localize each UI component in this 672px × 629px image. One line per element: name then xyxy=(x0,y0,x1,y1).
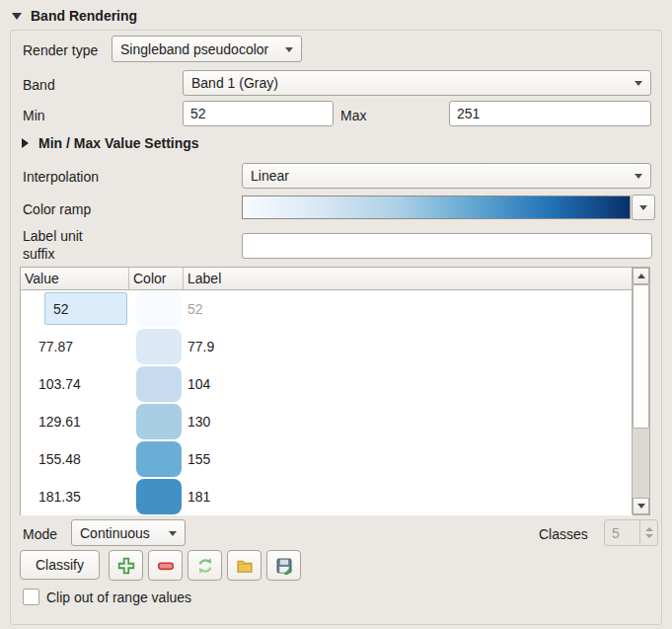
column-header-color[interactable]: Color xyxy=(129,268,184,289)
save-color-map-button[interactable] xyxy=(266,550,301,581)
add-entry-button[interactable] xyxy=(109,550,143,581)
label-cell[interactable]: 104 xyxy=(184,365,633,403)
label-cell[interactable]: 52 xyxy=(184,290,633,328)
band-label: Band xyxy=(23,77,55,93)
plus-icon xyxy=(117,557,135,575)
scroll-down-button[interactable] xyxy=(633,498,649,514)
color-ramp-dropdown-button[interactable] xyxy=(632,195,655,220)
color-swatch[interactable] xyxy=(136,404,182,439)
remove-entry-button[interactable] xyxy=(148,550,183,581)
collapse-arrow-icon xyxy=(12,13,22,20)
column-header-label[interactable]: Label xyxy=(184,268,633,289)
value-cell[interactable]: 77.87 xyxy=(21,328,129,365)
expand-arrow-icon xyxy=(22,138,29,148)
table-body: 52 52 77.87 77.9 xyxy=(21,290,633,515)
classes-label: Classes xyxy=(539,526,588,542)
arrow-down-icon xyxy=(637,504,645,509)
chevron-down-icon xyxy=(285,47,293,52)
load-color-map-button[interactable] xyxy=(227,550,261,581)
band-value: Band 1 (Gray) xyxy=(191,75,278,91)
max-input[interactable] xyxy=(449,101,651,126)
color-cell[interactable] xyxy=(129,440,184,478)
band-rendering-group-header[interactable]: Band Rendering xyxy=(12,8,137,24)
value-cell[interactable]: 181.35 xyxy=(21,478,129,515)
color-cell[interactable] xyxy=(129,290,184,328)
save-icon xyxy=(275,557,293,575)
band-combobox[interactable]: Band 1 (Gray) xyxy=(183,70,651,96)
max-label: Max xyxy=(340,108,366,123)
color-cell[interactable] xyxy=(129,365,184,403)
label-cell[interactable]: 130 xyxy=(184,403,633,440)
refresh-button[interactable] xyxy=(187,550,222,581)
color-cell[interactable] xyxy=(129,478,184,515)
scrollbar-thumb[interactable] xyxy=(633,284,649,429)
spin-buttons xyxy=(639,520,657,545)
color-swatch[interactable] xyxy=(136,479,182,514)
classes-spinbox: 5 xyxy=(604,519,658,546)
color-swatch[interactable] xyxy=(136,366,182,402)
mode-combobox[interactable]: Continuous xyxy=(71,519,186,546)
label-cell[interactable]: 181 xyxy=(184,478,633,515)
spin-up-icon xyxy=(645,527,653,531)
folder-icon xyxy=(236,557,254,575)
label-unit-suffix-label: Label unit suffix xyxy=(23,227,113,263)
color-cell[interactable] xyxy=(129,328,184,365)
table-row[interactable]: 77.87 77.9 xyxy=(21,328,633,365)
value-editor[interactable]: 52 xyxy=(44,292,127,325)
color-swatch[interactable] xyxy=(136,291,182,327)
minmax-settings-group-header[interactable]: Min / Max Value Settings xyxy=(22,135,199,151)
clip-out-of-range-label: Clip out of range values xyxy=(46,590,191,605)
chevron-down-icon xyxy=(635,81,642,86)
table-row[interactable]: 52 52 xyxy=(21,290,633,328)
mode-label: Mode xyxy=(23,526,57,542)
table-row[interactable]: 129.61 130 xyxy=(21,403,633,440)
refresh-icon xyxy=(196,557,214,575)
arrow-up-icon xyxy=(637,274,645,278)
color-swatch[interactable] xyxy=(136,441,182,477)
classification-table: Value Color Label 52 52 77.87 xyxy=(20,267,650,515)
interpolation-value: Linear xyxy=(251,168,289,184)
value-cell[interactable]: 129.61 xyxy=(21,403,129,440)
min-label: Min xyxy=(23,108,45,123)
column-header-value[interactable]: Value xyxy=(21,268,129,289)
value-cell[interactable]: 52 xyxy=(21,290,129,328)
render-type-combobox[interactable]: Singleband pseudocolor xyxy=(112,36,302,62)
minus-icon xyxy=(157,557,175,575)
color-ramp-preview[interactable] xyxy=(242,196,631,219)
table-row[interactable]: 181.35 181 xyxy=(21,478,633,515)
vertical-scrollbar[interactable] xyxy=(632,268,649,514)
minmax-settings-label: Min / Max Value Settings xyxy=(38,135,199,151)
color-swatch[interactable] xyxy=(136,329,182,364)
label-cell[interactable]: 77.9 xyxy=(184,328,633,365)
chevron-down-icon xyxy=(635,174,642,179)
label-unit-suffix-input[interactable] xyxy=(242,233,652,259)
clip-out-of-range-checkbox[interactable] xyxy=(23,589,39,605)
value-cell[interactable]: 103.74 xyxy=(21,365,129,403)
interpolation-combobox[interactable]: Linear xyxy=(242,163,651,189)
classify-button[interactable]: Classify xyxy=(20,550,100,580)
band-rendering-panel: Band Rendering Render type Singleband ps… xyxy=(0,0,672,629)
color-ramp-label: Color ramp xyxy=(23,201,91,217)
min-input[interactable] xyxy=(183,101,334,126)
value-cell[interactable]: 155.48 xyxy=(21,440,129,478)
render-type-label: Render type xyxy=(23,42,98,58)
mode-value: Continuous xyxy=(80,525,150,541)
panel-title: Band Rendering xyxy=(31,8,137,24)
chevron-down-icon xyxy=(169,531,177,536)
render-type-value: Singleband pseudocolor xyxy=(120,41,268,57)
classes-value: 5 xyxy=(612,525,620,541)
table-header: Value Color Label xyxy=(21,268,633,290)
interpolation-label: Interpolation xyxy=(23,169,99,185)
color-cell[interactable] xyxy=(129,403,184,440)
spin-down-icon xyxy=(645,534,653,538)
label-cell[interactable]: 155 xyxy=(184,440,633,478)
scroll-up-button[interactable] xyxy=(633,268,649,284)
table-row[interactable]: 103.74 104 xyxy=(21,365,633,403)
table-row[interactable]: 155.48 155 xyxy=(21,440,633,478)
chevron-down-icon xyxy=(639,205,647,210)
